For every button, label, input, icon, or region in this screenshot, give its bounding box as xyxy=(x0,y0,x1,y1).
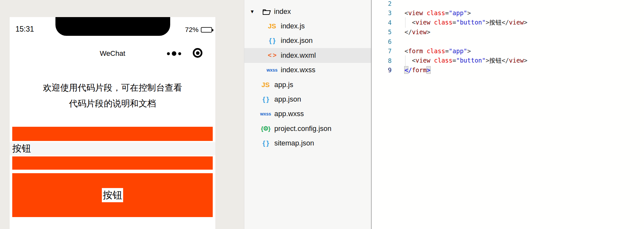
wxml-file-icon: < > xyxy=(266,52,278,59)
battery-icon xyxy=(201,27,212,33)
tree-item-app.json[interactable]: { }app.json xyxy=(244,92,371,106)
code-line-9[interactable]: 9</form> xyxy=(372,65,644,75)
file-tree: ▼indexJSindex.js{ }index.json< >index.wx… xyxy=(244,0,371,229)
line-number: 2 xyxy=(372,0,392,7)
line-number: 3 xyxy=(372,9,392,16)
tree-item-label: index.json xyxy=(281,36,313,45)
tree-item-index.wxss[interactable]: wxssindex.wxss xyxy=(244,63,371,77)
code-line-7[interactable]: 7<form class="app"> xyxy=(372,46,644,56)
wxss-file-icon: wxss xyxy=(259,111,272,116)
tree-item-index[interactable]: ▼index xyxy=(244,4,371,19)
line-number: 5 xyxy=(372,28,392,35)
tree-item-label: app.wxss xyxy=(274,110,304,118)
tree-item-index.wxml[interactable]: < >index.wxml xyxy=(244,48,371,63)
code-text: <form class="app"> xyxy=(405,47,471,55)
tree-item-project.config.json[interactable]: {⚙}project.config.json xyxy=(244,121,371,136)
line-number: 6 xyxy=(372,38,392,45)
line-number: 8 xyxy=(372,57,392,64)
json-file-icon: { } xyxy=(259,139,272,147)
status-bar-time: 15:31 xyxy=(15,25,34,34)
tree-item-sitemap.json[interactable]: { }sitemap.json xyxy=(244,136,371,151)
tree-item-label: index xyxy=(274,7,291,16)
code-text: <view class="button">按钮</view> xyxy=(405,56,527,65)
code-editor[interactable]: 23<view class="app">4 <view class="butto… xyxy=(371,0,644,229)
tree-item-index.js[interactable]: JSindex.js xyxy=(244,19,371,33)
code-line-6[interactable]: 6 xyxy=(372,37,644,46)
code-text: </form> xyxy=(405,66,430,74)
status-bar-right: 72% xyxy=(185,26,212,34)
plain-button-row[interactable]: 按钮 xyxy=(10,142,215,155)
wxss-file-icon: wxss xyxy=(266,67,278,73)
code-line-8[interactable]: 8 <view class="button">按钮</view> xyxy=(372,56,644,65)
indent-guide xyxy=(405,55,405,66)
code-text: <view class="app"> xyxy=(405,9,471,16)
tree-item-app.wxss[interactable]: wxssapp.wxss xyxy=(244,107,371,121)
code-text: </view> xyxy=(405,28,430,35)
js-file-icon: JS xyxy=(259,81,272,89)
welcome-line-1: 欢迎使用代码片段，可在控制台查看 xyxy=(10,80,215,96)
line-number: 4 xyxy=(372,19,392,26)
code-line-5[interactable]: 5</view> xyxy=(372,27,644,37)
more-menu-icon[interactable] xyxy=(167,49,182,58)
json-file-icon: { } xyxy=(266,37,278,45)
tree-item-label: project.config.json xyxy=(274,124,331,133)
phone-notch xyxy=(55,17,170,36)
code-line-3[interactable]: 3<view class="app"> xyxy=(372,8,644,18)
page-title: WeChat xyxy=(10,49,215,58)
line-number: 7 xyxy=(372,47,392,55)
orange-view-bar-2[interactable] xyxy=(12,156,213,170)
phone-screen: 15:31 72% WeChat 欢迎使用代码片段，可在控制台查看 代码片段的说… xyxy=(10,17,215,229)
json-file-icon: { } xyxy=(259,95,272,103)
tree-item-label: index.wxss xyxy=(281,66,316,74)
plain-button-label: 按钮 xyxy=(10,142,31,155)
tree-item-index.json[interactable]: { }index.json xyxy=(244,34,371,48)
code-line-2[interactable]: 2 xyxy=(372,0,644,8)
tree-item-label: app.json xyxy=(274,95,301,104)
welcome-text: 欢迎使用代码片段，可在控制台查看 代码片段的说明和文档 xyxy=(10,80,215,112)
primary-button-inner[interactable]: 按钮 xyxy=(102,188,123,202)
primary-button-label: 按钮 xyxy=(103,189,122,202)
welcome-line-2: 代码片段的说明和文档 xyxy=(10,96,215,112)
folder-open-icon xyxy=(262,8,271,15)
tree-item-label: sitemap.json xyxy=(274,139,314,147)
close-capsule-icon[interactable] xyxy=(193,48,202,58)
chevron-down-icon[interactable]: ▼ xyxy=(250,9,256,14)
code-lines: 23<view class="app">4 <view class="butto… xyxy=(372,0,644,75)
tree-item-label: app.js xyxy=(274,81,293,89)
tree-item-label: index.js xyxy=(281,22,305,30)
simulator-panel: 15:31 72% WeChat 欢迎使用代码片段，可在控制台查看 代码片段的说… xyxy=(0,0,244,229)
indent-guide xyxy=(405,17,405,28)
js-file-icon: JS xyxy=(266,22,278,30)
primary-button-block[interactable]: 按钮 xyxy=(12,173,213,217)
orange-view-bar-1[interactable] xyxy=(12,127,213,141)
tree-item-app.js[interactable]: JSapp.js xyxy=(244,77,371,92)
code-text: <view class="button">按钮</view> xyxy=(405,18,527,27)
tree-item-label: index.wxml xyxy=(281,51,316,60)
config-file-icon: {⚙} xyxy=(259,125,272,132)
code-line-4[interactable]: 4 <view class="button">按钮</view> xyxy=(372,18,644,27)
line-number: 9 xyxy=(372,66,392,74)
battery-percent-label: 72% xyxy=(185,26,199,34)
